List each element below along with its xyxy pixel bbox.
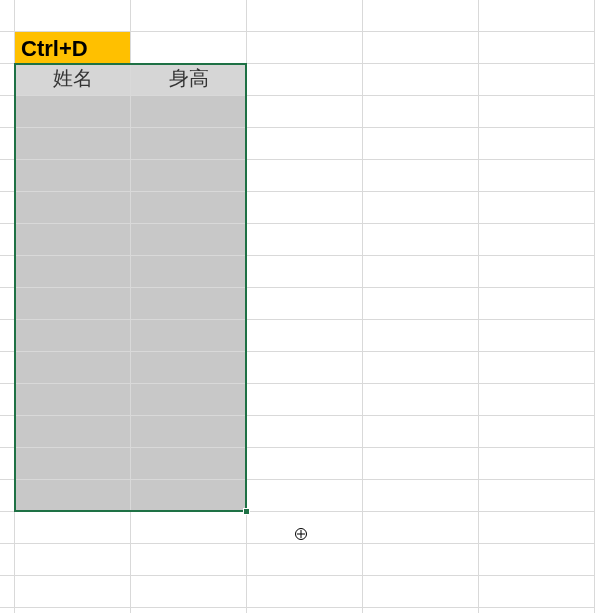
cell[interactable] <box>131 544 247 576</box>
cell[interactable] <box>363 608 479 613</box>
cell[interactable] <box>131 0 247 32</box>
cell[interactable] <box>479 160 595 192</box>
cell[interactable] <box>15 576 131 608</box>
cell[interactable] <box>363 32 479 64</box>
cell[interactable] <box>479 256 595 288</box>
selected-cell[interactable] <box>15 96 131 128</box>
cell[interactable] <box>0 160 15 192</box>
cell[interactable] <box>247 160 363 192</box>
cell[interactable] <box>0 576 15 608</box>
cell[interactable] <box>479 512 595 544</box>
cell[interactable] <box>363 128 479 160</box>
cell[interactable] <box>0 192 15 224</box>
cell[interactable] <box>247 480 363 512</box>
cell[interactable] <box>247 64 363 96</box>
cell[interactable] <box>0 32 15 64</box>
cell[interactable] <box>363 416 479 448</box>
cell[interactable] <box>247 608 363 613</box>
cell[interactable] <box>247 192 363 224</box>
selected-cell[interactable] <box>15 480 131 512</box>
cell[interactable] <box>131 32 247 64</box>
cell[interactable] <box>363 0 479 32</box>
cell[interactable] <box>131 512 247 544</box>
cell[interactable] <box>363 64 479 96</box>
cell[interactable] <box>479 224 595 256</box>
cell[interactable] <box>363 224 479 256</box>
cell[interactable] <box>0 288 15 320</box>
cell[interactable] <box>363 192 479 224</box>
cell[interactable] <box>247 320 363 352</box>
cell[interactable] <box>0 0 15 32</box>
selected-cell[interactable] <box>15 320 131 352</box>
selected-cell[interactable] <box>15 352 131 384</box>
cell[interactable] <box>363 288 479 320</box>
cell[interactable] <box>0 384 15 416</box>
cell[interactable] <box>479 480 595 512</box>
cell[interactable] <box>0 448 15 480</box>
cell[interactable] <box>0 320 15 352</box>
selected-cell[interactable] <box>131 288 247 320</box>
cell[interactable] <box>0 224 15 256</box>
cell[interactable] <box>479 416 595 448</box>
cell[interactable] <box>0 416 15 448</box>
cell[interactable] <box>0 96 15 128</box>
cell[interactable] <box>363 576 479 608</box>
selected-cell[interactable] <box>15 128 131 160</box>
selected-cell[interactable] <box>131 416 247 448</box>
cell[interactable] <box>247 384 363 416</box>
fill-handle[interactable] <box>243 508 250 515</box>
cell[interactable] <box>363 384 479 416</box>
selected-cell[interactable] <box>131 320 247 352</box>
cell[interactable] <box>479 544 595 576</box>
selected-cell[interactable] <box>131 448 247 480</box>
cell[interactable] <box>0 256 15 288</box>
cell[interactable] <box>479 32 595 64</box>
cell[interactable] <box>247 128 363 160</box>
cell[interactable] <box>479 0 595 32</box>
selected-cell[interactable] <box>131 192 247 224</box>
cell[interactable] <box>363 96 479 128</box>
selected-cell[interactable] <box>131 384 247 416</box>
selected-cell[interactable] <box>131 96 247 128</box>
cell[interactable] <box>0 608 15 613</box>
cell[interactable] <box>15 608 131 613</box>
cell[interactable] <box>247 0 363 32</box>
selected-cell[interactable] <box>15 224 131 256</box>
cell[interactable] <box>247 256 363 288</box>
table-header-name[interactable]: 姓名 <box>15 64 131 96</box>
cell[interactable] <box>479 128 595 160</box>
cell[interactable] <box>0 352 15 384</box>
cell[interactable] <box>363 512 479 544</box>
cell[interactable] <box>0 544 15 576</box>
cell[interactable] <box>0 128 15 160</box>
cell[interactable] <box>247 224 363 256</box>
cell[interactable] <box>247 416 363 448</box>
shortcut-label-cell[interactable]: Ctrl+D <box>15 32 131 64</box>
cell[interactable] <box>479 320 595 352</box>
cell[interactable] <box>247 288 363 320</box>
cell[interactable] <box>479 448 595 480</box>
cell[interactable] <box>363 448 479 480</box>
cell[interactable] <box>247 448 363 480</box>
cell[interactable] <box>0 480 15 512</box>
cell[interactable] <box>247 576 363 608</box>
cell[interactable] <box>131 608 247 613</box>
cell[interactable] <box>247 544 363 576</box>
cell[interactable] <box>479 352 595 384</box>
cell[interactable] <box>0 512 15 544</box>
cell[interactable] <box>15 0 131 32</box>
cell[interactable] <box>363 160 479 192</box>
selected-cell[interactable] <box>131 128 247 160</box>
cell[interactable] <box>479 608 595 613</box>
cell[interactable] <box>131 576 247 608</box>
cell[interactable] <box>479 96 595 128</box>
cell[interactable] <box>479 192 595 224</box>
selected-cell[interactable] <box>131 256 247 288</box>
cell[interactable] <box>0 64 15 96</box>
selected-cell[interactable] <box>131 352 247 384</box>
cell[interactable] <box>15 544 131 576</box>
cell[interactable] <box>363 480 479 512</box>
cell[interactable] <box>479 576 595 608</box>
cell[interactable] <box>247 512 363 544</box>
cell[interactable] <box>247 352 363 384</box>
